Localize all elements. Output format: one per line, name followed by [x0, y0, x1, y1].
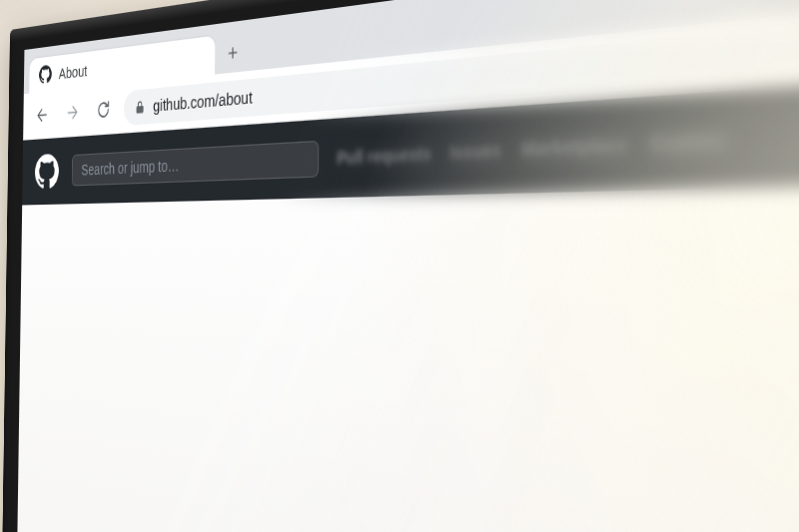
lock-icon: [135, 99, 146, 115]
screen: About github.com/about: [16, 0, 799, 532]
github-nav-item[interactable]: Explore: [650, 128, 726, 155]
page-content: [16, 167, 799, 532]
github-nav-item[interactable]: Pull requests: [337, 143, 431, 168]
github-nav-item[interactable]: Marketplace: [521, 133, 628, 161]
reload-button[interactable]: [92, 93, 115, 127]
github-logo-icon[interactable]: [35, 154, 59, 190]
github-search-input[interactable]: Search or jump to…: [72, 141, 320, 187]
monitor: About github.com/about: [0, 0, 799, 532]
new-tab-button[interactable]: [220, 35, 245, 70]
tab-title: About: [59, 61, 88, 82]
plus-icon: [226, 43, 241, 63]
github-nav: Pull requests Issues Marketplace Explore: [337, 128, 726, 168]
arrow-left-icon: [35, 105, 49, 126]
github-search-placeholder: Search or jump to…: [81, 157, 179, 179]
github-nav-item[interactable]: Issues: [449, 140, 501, 164]
